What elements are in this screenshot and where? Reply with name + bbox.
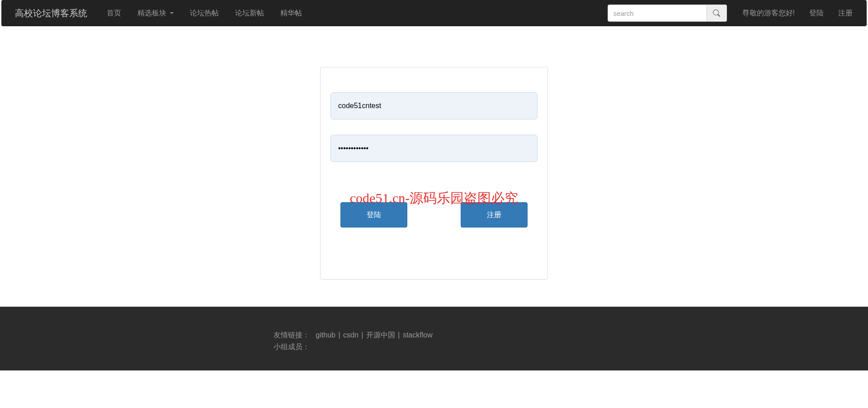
username-input[interactable] <box>330 92 538 119</box>
chevron-down-icon <box>170 12 174 14</box>
navbar-right-links: 尊敬的游客您好! 登陆 注册 <box>735 2 860 25</box>
nav-hot-posts[interactable]: 论坛热帖 <box>182 2 227 25</box>
footer-content: 友情链接： github | csdn | 开源中国 | stackflow 小… <box>0 329 868 352</box>
footer-link-stackflow[interactable]: stackflow <box>403 331 433 339</box>
register-button[interactable]: 注册 <box>461 202 528 228</box>
nav-login-link[interactable]: 登陆 <box>802 2 831 25</box>
guest-greeting[interactable]: 尊敬的游客您好! <box>735 2 802 25</box>
footer-link-csdn[interactable]: csdn <box>343 331 359 339</box>
navbar-brand[interactable]: 高校论坛博客系统 <box>8 0 94 26</box>
navbar: 高校论坛博客系统 首页 精选板块 论坛热帖 论坛新帖 精华帖 尊敬的游客您好! … <box>1 0 867 26</box>
nav-featured-posts[interactable]: 精华帖 <box>272 2 310 25</box>
footer-link-oschina[interactable]: 开源中国 <box>366 331 395 339</box>
main-content: 登陆 注册 code51.cn-源码乐园盗图必究 <box>0 26 868 280</box>
navbar-right: 尊敬的游客您好! 登陆 注册 <box>608 2 860 25</box>
nav-register-link[interactable]: 注册 <box>831 2 860 25</box>
nav-new-posts[interactable]: 论坛新帖 <box>227 2 272 25</box>
search-form <box>608 5 727 22</box>
nav-featured-dropdown[interactable]: 精选板块 <box>129 2 182 25</box>
login-panel: 登陆 注册 <box>320 67 548 280</box>
search-icon <box>713 9 720 17</box>
footer-team-label: 小组成员： <box>274 341 868 353</box>
login-button[interactable]: 登陆 <box>340 202 407 228</box>
nav-menu: 首页 精选板块 论坛热帖 论坛新帖 精华帖 <box>99 2 310 25</box>
password-input[interactable] <box>330 135 538 162</box>
footer-links-label: 友情链接： <box>274 331 310 339</box>
button-row: 登陆 注册 <box>330 202 538 228</box>
footer: 友情链接： github | csdn | 开源中国 | stackflow 小… <box>0 307 868 370</box>
search-input[interactable] <box>608 5 707 22</box>
search-button[interactable] <box>707 5 727 22</box>
footer-links-row: 友情链接： github | csdn | 开源中国 | stackflow <box>274 329 868 341</box>
footer-link-github[interactable]: github <box>316 331 335 339</box>
nav-home[interactable]: 首页 <box>99 2 129 25</box>
